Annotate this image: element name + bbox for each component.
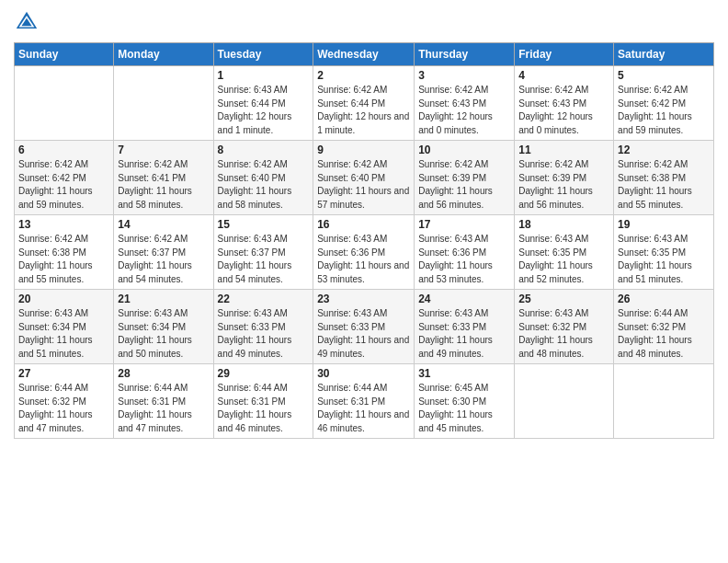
day-number: 12 [618, 144, 710, 156]
week-row-4: 27Sunrise: 6:44 AM Sunset: 6:32 PM Dayli… [15, 364, 714, 439]
day-number: 14 [118, 218, 209, 231]
day-number: 1 [218, 69, 310, 82]
header [14, 9, 714, 35]
day-info: Sunrise: 6:43 AM Sunset: 6:44 PM Dayligh… [218, 84, 310, 137]
day-cell: 8Sunrise: 6:42 AM Sunset: 6:40 PM Daylig… [213, 141, 313, 215]
day-number: 22 [218, 293, 310, 305]
day-cell: 22Sunrise: 6:43 AM Sunset: 6:33 PM Dayli… [213, 290, 313, 364]
day-number: 27 [18, 367, 109, 380]
day-number: 20 [18, 293, 109, 305]
day-info: Sunrise: 6:43 AM Sunset: 6:35 PM Dayligh… [518, 233, 609, 286]
day-info: Sunrise: 6:42 AM Sunset: 6:43 PM Dayligh… [418, 84, 510, 137]
header-day-thursday: Thursday [415, 43, 515, 66]
day-info: Sunrise: 6:43 AM Sunset: 6:32 PM Dayligh… [518, 307, 609, 361]
day-number: 30 [317, 367, 410, 380]
day-number: 4 [518, 69, 609, 82]
day-cell: 20Sunrise: 6:43 AM Sunset: 6:34 PM Dayli… [15, 290, 114, 364]
day-cell [15, 66, 114, 141]
day-number: 25 [518, 293, 609, 305]
day-number: 21 [118, 293, 209, 305]
day-number: 19 [618, 218, 710, 231]
day-cell: 1Sunrise: 6:43 AM Sunset: 6:44 PM Daylig… [213, 66, 313, 141]
day-number: 3 [418, 69, 510, 82]
day-number: 29 [218, 367, 310, 380]
day-cell: 13Sunrise: 6:42 AM Sunset: 6:38 PM Dayli… [15, 215, 114, 290]
day-info: Sunrise: 6:44 AM Sunset: 6:32 PM Dayligh… [18, 382, 109, 435]
header-day-friday: Friday [515, 43, 614, 66]
day-info: Sunrise: 6:43 AM Sunset: 6:34 PM Dayligh… [18, 307, 109, 361]
day-info: Sunrise: 6:43 AM Sunset: 6:33 PM Dayligh… [418, 307, 510, 361]
day-cell [515, 364, 614, 439]
day-number: 6 [18, 144, 109, 156]
day-number: 5 [618, 69, 710, 82]
day-number: 16 [317, 218, 410, 231]
day-info: Sunrise: 6:44 AM Sunset: 6:32 PM Dayligh… [618, 307, 710, 361]
day-cell: 30Sunrise: 6:44 AM Sunset: 6:31 PM Dayli… [313, 364, 415, 439]
calendar-header-row: SundayMondayTuesdayWednesdayThursdayFrid… [15, 43, 714, 66]
day-cell: 24Sunrise: 6:43 AM Sunset: 6:33 PM Dayli… [415, 290, 515, 364]
day-info: Sunrise: 6:42 AM Sunset: 6:38 PM Dayligh… [618, 158, 710, 212]
day-info: Sunrise: 6:42 AM Sunset: 6:38 PM Dayligh… [18, 233, 109, 286]
day-info: Sunrise: 6:42 AM Sunset: 6:42 PM Dayligh… [18, 158, 109, 212]
day-info: Sunrise: 6:44 AM Sunset: 6:31 PM Dayligh… [118, 382, 209, 435]
logo [14, 9, 43, 35]
day-number: 10 [418, 144, 510, 156]
day-cell: 21Sunrise: 6:43 AM Sunset: 6:34 PM Dayli… [114, 290, 213, 364]
day-info: Sunrise: 6:43 AM Sunset: 6:34 PM Dayligh… [118, 307, 209, 361]
header-day-monday: Monday [114, 43, 213, 66]
day-info: Sunrise: 6:43 AM Sunset: 6:37 PM Dayligh… [218, 233, 310, 286]
day-cell: 27Sunrise: 6:44 AM Sunset: 6:32 PM Dayli… [15, 364, 114, 439]
day-info: Sunrise: 6:42 AM Sunset: 6:37 PM Dayligh… [118, 233, 209, 286]
day-number: 28 [118, 367, 209, 380]
day-cell: 26Sunrise: 6:44 AM Sunset: 6:32 PM Dayli… [614, 290, 714, 364]
day-info: Sunrise: 6:43 AM Sunset: 6:36 PM Dayligh… [418, 233, 510, 286]
day-number: 26 [618, 293, 710, 305]
day-cell: 29Sunrise: 6:44 AM Sunset: 6:31 PM Dayli… [213, 364, 313, 439]
week-row-1: 6Sunrise: 6:42 AM Sunset: 6:42 PM Daylig… [15, 141, 714, 215]
day-cell: 14Sunrise: 6:42 AM Sunset: 6:37 PM Dayli… [114, 215, 213, 290]
day-number: 8 [218, 144, 310, 156]
day-number: 9 [317, 144, 410, 156]
day-number: 15 [218, 218, 310, 231]
day-info: Sunrise: 6:42 AM Sunset: 6:41 PM Dayligh… [118, 158, 209, 212]
logo-icon [14, 9, 40, 35]
day-cell: 3Sunrise: 6:42 AM Sunset: 6:43 PM Daylig… [415, 66, 515, 141]
day-cell: 10Sunrise: 6:42 AM Sunset: 6:39 PM Dayli… [415, 141, 515, 215]
day-info: Sunrise: 6:43 AM Sunset: 6:33 PM Dayligh… [317, 307, 410, 361]
day-cell: 19Sunrise: 6:43 AM Sunset: 6:35 PM Dayli… [614, 215, 714, 290]
day-number: 18 [518, 218, 609, 231]
day-number: 23 [317, 293, 410, 305]
day-cell: 12Sunrise: 6:42 AM Sunset: 6:38 PM Dayli… [614, 141, 714, 215]
day-cell: 17Sunrise: 6:43 AM Sunset: 6:36 PM Dayli… [415, 215, 515, 290]
day-info: Sunrise: 6:42 AM Sunset: 6:42 PM Dayligh… [618, 84, 710, 137]
header-day-wednesday: Wednesday [313, 43, 415, 66]
day-cell: 25Sunrise: 6:43 AM Sunset: 6:32 PM Dayli… [515, 290, 614, 364]
day-info: Sunrise: 6:42 AM Sunset: 6:43 PM Dayligh… [518, 84, 609, 137]
week-row-3: 20Sunrise: 6:43 AM Sunset: 6:34 PM Dayli… [15, 290, 714, 364]
header-day-sunday: Sunday [15, 43, 114, 66]
day-number: 11 [518, 144, 609, 156]
day-number: 7 [118, 144, 209, 156]
day-number: 31 [418, 367, 510, 380]
day-number: 13 [18, 218, 109, 231]
day-number: 17 [418, 218, 510, 231]
day-info: Sunrise: 6:44 AM Sunset: 6:31 PM Dayligh… [317, 382, 410, 435]
day-number: 2 [317, 69, 410, 82]
day-cell: 15Sunrise: 6:43 AM Sunset: 6:37 PM Dayli… [213, 215, 313, 290]
day-cell: 2Sunrise: 6:42 AM Sunset: 6:44 PM Daylig… [313, 66, 415, 141]
week-row-2: 13Sunrise: 6:42 AM Sunset: 6:38 PM Dayli… [15, 215, 714, 290]
day-info: Sunrise: 6:43 AM Sunset: 6:33 PM Dayligh… [218, 307, 310, 361]
day-cell: 16Sunrise: 6:43 AM Sunset: 6:36 PM Dayli… [313, 215, 415, 290]
header-day-saturday: Saturday [614, 43, 714, 66]
day-info: Sunrise: 6:42 AM Sunset: 6:39 PM Dayligh… [518, 158, 609, 212]
week-row-0: 1Sunrise: 6:43 AM Sunset: 6:44 PM Daylig… [15, 66, 714, 141]
day-info: Sunrise: 6:43 AM Sunset: 6:36 PM Dayligh… [317, 233, 410, 286]
day-cell: 4Sunrise: 6:42 AM Sunset: 6:43 PM Daylig… [515, 66, 614, 141]
day-info: Sunrise: 6:44 AM Sunset: 6:31 PM Dayligh… [218, 382, 310, 435]
day-info: Sunrise: 6:42 AM Sunset: 6:40 PM Dayligh… [218, 158, 310, 212]
day-cell [114, 66, 213, 141]
day-info: Sunrise: 6:45 AM Sunset: 6:30 PM Dayligh… [418, 382, 510, 435]
day-number: 24 [418, 293, 510, 305]
day-cell: 18Sunrise: 6:43 AM Sunset: 6:35 PM Dayli… [515, 215, 614, 290]
day-cell: 5Sunrise: 6:42 AM Sunset: 6:42 PM Daylig… [614, 66, 714, 141]
